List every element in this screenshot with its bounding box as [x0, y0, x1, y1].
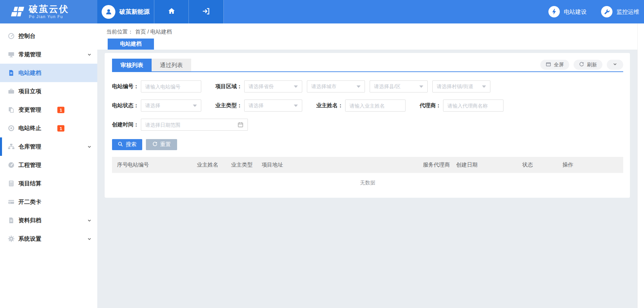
results-table: 序号 电站编号 业主姓名 业主类型 项目地址 服务代理商 创建日期 状态 操作 …	[112, 157, 623, 192]
caret-down-icon	[193, 105, 197, 107]
city-select[interactable]: 请选择城市	[307, 80, 365, 93]
breadcrumb-path[interactable]: 首页 / 电站建档	[135, 29, 172, 35]
col-owner-name: 业主姓名	[197, 157, 231, 173]
search-button[interactable]: 搜索	[112, 139, 142, 150]
sidebar-item-data-archive[interactable]: 资料归档	[0, 211, 97, 230]
tab-review-list[interactable]: 审核列表	[112, 59, 152, 71]
col-index: 序号	[112, 157, 127, 173]
refresh-button[interactable]: 刷新	[574, 60, 602, 70]
station-status-select[interactable]: 请选择	[141, 100, 201, 112]
chevron-down-icon	[87, 144, 92, 149]
sidebar-item-project-settlement[interactable]: 项目结算	[0, 174, 97, 193]
tab-passed-list[interactable]: 通过列表	[152, 59, 191, 71]
town-select[interactable]: 请选择村镇/街道	[432, 80, 490, 93]
vertical-scrollbar[interactable]	[637, 23, 644, 308]
main-area: 当前位置：首页 / 电站建档 电站建档 审核列表 通过列表 全屏	[97, 23, 644, 308]
owner-type-select[interactable]: 请选择	[244, 100, 302, 112]
sitemap-icon	[7, 143, 15, 150]
header-nav-group: 破茧新能源	[97, 0, 224, 23]
caret-down-icon	[419, 85, 423, 88]
brand-name: 破茧云伏	[29, 4, 69, 14]
col-project-address: 项目地址	[262, 157, 423, 173]
filter-buttons: 搜索 重置	[112, 139, 623, 150]
sidebar-item-dashboard[interactable]: 控制台	[0, 27, 97, 45]
agent-label: 代理商：	[420, 102, 441, 109]
filter-form: 电站编号： 项目区域： 请选择省份 请选择城市 请选择县/区	[112, 72, 623, 131]
briefcase-icon	[7, 88, 15, 95]
logout-button[interactable]	[189, 0, 224, 23]
gauge-icon	[7, 162, 15, 169]
caret-down-icon	[294, 105, 298, 107]
sidebar-item-station-termination[interactable]: 电站终止 1	[0, 119, 97, 137]
top-header: 破茧云伏 Po Jian Yun Fu 破茧新能源	[0, 0, 644, 23]
module-monitor-ops[interactable]: 监控运维	[601, 6, 639, 17]
logout-icon	[202, 7, 210, 17]
empty-state-text: 无数据	[112, 173, 623, 192]
refresh-icon	[579, 62, 584, 68]
home-button[interactable]	[154, 0, 189, 23]
search-icon	[118, 141, 123, 148]
col-station-no: 电站编号	[127, 157, 197, 173]
station-no-input[interactable]	[141, 80, 201, 93]
content: 审核列表 通过列表 全屏	[97, 50, 644, 198]
monitor-icon	[7, 51, 15, 58]
sidebar-item-general-mgmt[interactable]: 常规管理	[0, 45, 97, 64]
sidebar-item-system-settings[interactable]: 系统设置	[0, 230, 97, 248]
tabs-row: 审核列表 通过列表 全屏	[112, 59, 623, 72]
province-select[interactable]: 请选择省份	[244, 80, 302, 93]
lightning-icon	[548, 6, 560, 17]
module-station-build-label: 电站建设	[564, 8, 587, 16]
wrench-icon	[601, 6, 612, 17]
gear-icon	[7, 235, 15, 243]
reset-button[interactable]: 重置	[146, 139, 177, 150]
col-created-date: 创建日期	[456, 157, 522, 173]
chevron-down-icon	[87, 236, 92, 241]
page-tab-station-filing[interactable]: 电站建档	[108, 39, 154, 50]
sidebar-item-change-mgmt[interactable]: 变更管理 1	[0, 101, 97, 119]
bank-card-icon	[7, 198, 15, 206]
calendar-icon	[237, 122, 244, 128]
chevron-down-icon	[612, 62, 618, 68]
sidebar-item-engineering-mgmt[interactable]: 工程管理	[0, 156, 97, 174]
col-owner-type: 业主类型	[231, 157, 262, 173]
agent-input[interactable]	[443, 100, 503, 112]
sidebar-item-project-initiation[interactable]: 项目立项	[0, 82, 97, 101]
chevron-down-icon	[87, 52, 92, 57]
module-monitor-ops-label: 监控运维	[616, 8, 639, 16]
col-service-agent: 服务代理商	[423, 157, 456, 173]
home-icon	[167, 7, 176, 17]
fullscreen-button[interactable]: 全屏	[540, 60, 569, 70]
caret-down-icon	[357, 85, 361, 88]
topbar: 当前位置：首页 / 电站建档 电站建档	[97, 23, 644, 50]
panel-actions: 全屏 刷新	[540, 60, 623, 70]
document-icon	[7, 69, 15, 77]
brand-logo: 破茧云伏 Po Jian Yun Fu	[0, 0, 97, 23]
sidebar-item-warehouse-mgmt[interactable]: 仓库管理	[0, 137, 97, 156]
sidebar-item-station-filing[interactable]: 电站建档	[0, 64, 97, 82]
breadcrumb-label: 当前位置：	[106, 29, 133, 35]
table-header-row: 序号 电站编号 业主姓名 业主类型 项目地址 服务代理商 创建日期 状态 操作	[112, 157, 623, 173]
pages-icon	[7, 106, 15, 114]
col-actions: 操作	[562, 157, 623, 173]
user-account-button[interactable]: 破茧新能源	[97, 0, 154, 23]
col-status: 状态	[522, 157, 562, 173]
collapse-toggle-button[interactable]	[607, 60, 623, 70]
brand-subtitle: Po Jian Yun Fu	[29, 14, 69, 19]
owner-type-label: 业主类型：	[215, 102, 242, 109]
module-station-build[interactable]: 电站建设	[548, 6, 587, 17]
station-termination-badge: 1	[57, 125, 64, 131]
company-name: 破茧新能源	[119, 8, 150, 16]
sidebar-item-open-card[interactable]: 开二类卡	[0, 193, 97, 211]
date-range-input[interactable]	[141, 119, 248, 131]
file-icon	[7, 217, 15, 224]
owner-name-input[interactable]	[345, 100, 406, 112]
county-select[interactable]: 请选择县/区	[370, 80, 428, 93]
change-mgmt-badge: 1	[57, 107, 64, 113]
panel: 审核列表 通过列表 全屏	[105, 53, 630, 198]
header-modules: 电站建设 监控运维	[224, 0, 644, 23]
reset-icon	[152, 141, 158, 148]
calculator-icon	[7, 180, 15, 187]
station-status-label: 电站状态：	[112, 102, 139, 109]
target-icon	[7, 125, 15, 132]
caret-down-icon	[294, 85, 298, 88]
